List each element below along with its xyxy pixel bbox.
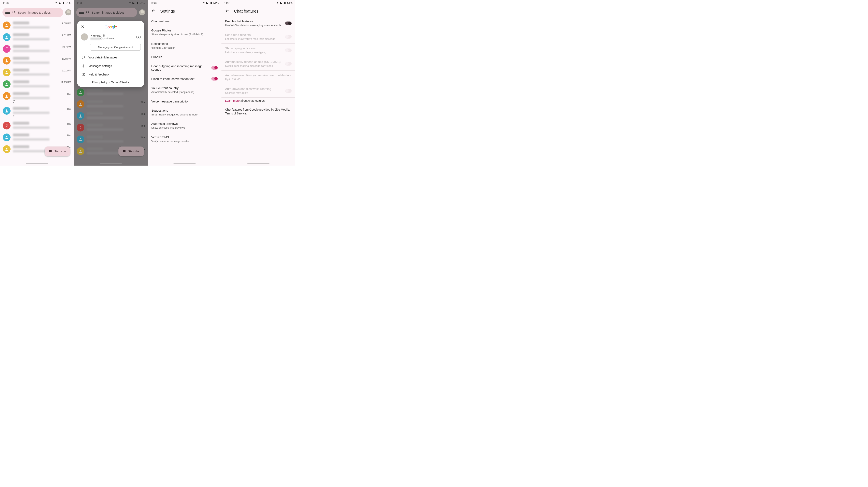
setting-item[interactable]: SuggestionsSmart Reply, suggested action…: [148, 106, 221, 119]
toggle-switch[interactable]: [285, 22, 291, 25]
search-placeholder: Search images & videos: [92, 11, 125, 14]
setting-title: Notifications: [151, 42, 218, 46]
setting-title: Your current country: [151, 86, 218, 90]
start-chat-fab[interactable]: Start chat: [44, 146, 70, 156]
setting-item[interactable]: Notifications"Remind 1 hr" action: [148, 39, 221, 53]
conversation-item[interactable]: F 6:47 PM: [0, 43, 74, 55]
back-button[interactable]: [225, 8, 229, 14]
status-bar: 11:30 51%: [0, 0, 74, 6]
account-row[interactable]: Namerah S @gmail.com ▾: [77, 32, 145, 42]
search-row: Search images & videos: [74, 6, 148, 19]
svg-line-2: [14, 13, 15, 13]
conversation-item[interactable]: 5:01 PM: [0, 66, 74, 78]
profile-avatar[interactable]: [65, 9, 71, 16]
setting-item[interactable]: Bubbles: [148, 52, 221, 61]
setting-title: Suggestions: [151, 109, 218, 112]
your-data-item[interactable]: Your data in Messages: [77, 53, 145, 62]
conversation-time: Thu: [67, 108, 71, 110]
settings-list: Chat featuresGoogle PhotosShare sharp cl…: [148, 17, 221, 146]
setting-title: Hear outgoing and incoming message sound…: [151, 64, 209, 71]
setting-item[interactable]: Chat features: [148, 17, 221, 26]
contact-name-blurred: [13, 57, 29, 60]
conversation-item[interactable]: J Thu: [0, 120, 74, 132]
status-bar: 11:31 51%: [221, 0, 295, 6]
shield-icon: [82, 56, 85, 59]
message-preview-blurred: [13, 138, 50, 141]
toggle-switch[interactable]: [211, 77, 218, 81]
svg-point-7: [6, 83, 7, 84]
setting-subtitle: Show only web link previews: [151, 126, 218, 130]
setting-item[interactable]: Enable chat featuresUse Wi-Fi or data fo…: [221, 17, 295, 30]
start-chat-fab[interactable]: Start chat: [118, 146, 144, 156]
toggle-switch[interactable]: [211, 66, 218, 69]
app-bar: Settings: [148, 6, 221, 17]
search-input[interactable]: Search images & videos: [76, 8, 137, 17]
setting-item: Auto-download files you receive over mob…: [221, 70, 295, 84]
profile-avatar[interactable]: [139, 9, 145, 16]
back-button[interactable]: [151, 8, 156, 14]
contact-name-blurred: [13, 92, 29, 95]
conversation-item[interactable]: 8:05 PM: [0, 20, 74, 31]
conversation-time: 7:51 PM: [62, 34, 71, 37]
setting-title: Automatic previews: [151, 122, 218, 125]
setting-title: Automatically resend as text (SMS/MMS): [225, 60, 283, 63]
setting-subtitle: Smart Reply, suggested actions & more: [151, 113, 218, 116]
setting-title: Auto-download files you receive over mob…: [225, 74, 291, 77]
conversation-item[interactable]: 12:15 PM: [0, 78, 74, 90]
svg-point-4: [6, 36, 7, 37]
menu-icon[interactable]: [79, 10, 84, 15]
status-bar: 11:30 51%: [74, 0, 148, 6]
contact-avatar: [77, 88, 84, 96]
contact-avatar: [3, 92, 10, 100]
contact-name-blurred: [13, 33, 29, 36]
setting-item[interactable]: Pinch to zoom conversation text: [148, 74, 221, 83]
conversation-item[interactable]: Thu T ...: [0, 105, 74, 120]
navigation-handle[interactable]: [174, 164, 196, 164]
conversation-item[interactable]: Thu: [0, 132, 74, 143]
navigation-handle[interactable]: [26, 164, 48, 164]
status-icons: 51%: [55, 1, 71, 4]
contact-name-blurred: [13, 145, 29, 148]
screen-settings: 11:30 51% Settings Chat featuresGoogle P…: [148, 0, 221, 166]
terms-link[interactable]: Terms of Service: [111, 81, 129, 84]
signal-icon: [206, 1, 209, 4]
fab-label: Start chat: [54, 150, 66, 153]
conversation-item[interactable]: 7:51 PM: [0, 31, 74, 43]
screen-messages-list: 11:30 51% Search images & videos 8:05 PM…: [0, 0, 74, 166]
setting-item[interactable]: Voice message transcription: [148, 97, 221, 106]
status-icons: 51%: [203, 1, 219, 4]
expand-accounts-icon[interactable]: ▾: [136, 35, 141, 39]
setting-item[interactable]: Verified SMSVerify business message send…: [148, 133, 221, 146]
conversation-item: Thu: [74, 98, 148, 110]
navigation-handle[interactable]: [100, 164, 122, 164]
message-preview-blurred: [13, 126, 50, 129]
search-input[interactable]: Search images & videos: [2, 8, 63, 17]
manage-account-button[interactable]: Manage your Google Account: [90, 44, 141, 51]
conversation-item[interactable]: 6:38 PM: [0, 55, 74, 66]
signal-icon: [58, 1, 61, 4]
help-feedback-item[interactable]: Help & feedback: [77, 70, 145, 79]
contact-avatar: F: [3, 45, 10, 53]
messages-settings-item[interactable]: Messages settings: [77, 62, 145, 70]
learn-more-row[interactable]: Learn more about chat features: [221, 97, 295, 104]
gear-icon: [82, 64, 85, 68]
contact-avatar: [77, 100, 84, 108]
contact-avatar: J: [3, 122, 10, 130]
setting-subtitle: Verify business message sender: [151, 139, 218, 143]
svg-point-18: [80, 150, 81, 151]
setting-item[interactable]: Automatic previewsShow only web link pre…: [148, 119, 221, 133]
setting-title: Bubbles: [151, 55, 218, 59]
menu-icon[interactable]: [5, 10, 10, 15]
contact-name-blurred: [13, 80, 29, 83]
setting-item[interactable]: Hear outgoing and incoming message sound…: [148, 61, 221, 74]
setting-title: Chat features: [151, 20, 218, 23]
contact-name-blurred: [13, 45, 29, 48]
navigation-handle[interactable]: [247, 164, 270, 164]
conversation-item[interactable]: Thu (C...: [0, 90, 74, 105]
status-icons: 51%: [129, 1, 145, 4]
setting-item[interactable]: Google PhotosShare sharp clarity video i…: [148, 26, 221, 39]
privacy-link[interactable]: Privacy Policy: [92, 81, 107, 84]
setting-item[interactable]: Your current countryAutomatically detect…: [148, 83, 221, 97]
help-icon: [82, 73, 85, 76]
learn-more-link[interactable]: Learn more: [225, 99, 240, 102]
